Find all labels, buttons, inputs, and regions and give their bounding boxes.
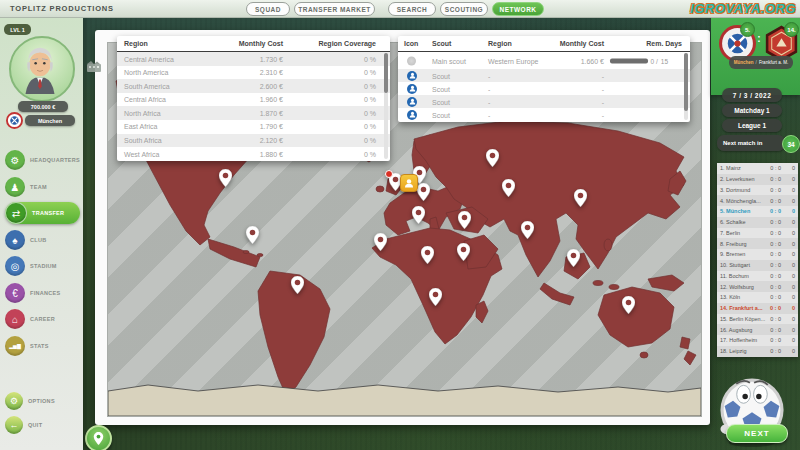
sidebar-item-quit[interactable]: ← QUIT [5, 414, 80, 436]
map-pin-icon [291, 276, 304, 294]
matchday-display: Matchday 1 [722, 104, 782, 117]
pin-icon [93, 432, 104, 445]
map-pin-icon [421, 246, 434, 264]
region-table-row[interactable]: East Africa 1.790 € 0 % [117, 120, 390, 134]
league-standings-row[interactable]: 5. München 0 : 0 0 [717, 206, 798, 217]
league-standings-row[interactable]: 7. Berlin 0 : 0 0 [717, 228, 798, 239]
league-standings-row[interactable]: 4. Mönchengla... 0 : 0 0 [717, 195, 798, 206]
map-pin[interactable] [374, 233, 387, 251]
map-pin[interactable] [567, 249, 580, 267]
sidebar-item-team[interactable]: ♟ TEAM [5, 176, 80, 198]
map-locate-button[interactable] [85, 425, 112, 450]
tab-scouting[interactable]: SCOUTING [440, 2, 488, 16]
map-pin[interactable] [291, 276, 304, 294]
map-pin[interactable] [521, 221, 534, 239]
tab-squad[interactable]: SQUAD [246, 2, 290, 16]
scouts-table-header: Icon Scout Region Monthly Cost Rem. Days [398, 36, 690, 52]
map-pin[interactable] [429, 288, 442, 306]
scout-slot-row[interactable]: Scout - - [398, 95, 690, 108]
league-standings-row[interactable]: 12. Wolfsburg 0 : 0 0 [717, 281, 798, 292]
league-standings-row[interactable]: 2. Leverkusen 0 : 0 0 [717, 174, 798, 185]
league-standings-row[interactable]: 6. Schalke 0 : 0 0 [717, 217, 798, 228]
league-standings-row[interactable]: 14. Frankfurt a... 0 : 0 0 [717, 303, 798, 314]
sidebar-item-career[interactable]: ⌂ CAREER [5, 308, 80, 330]
sidebar-item-headquarters[interactable]: ⚙ HEADQUARTERS [5, 149, 80, 171]
league-standings-row[interactable]: 1. Mainz 0 : 0 0 [717, 163, 798, 174]
region-table-row[interactable]: North America 2.310 € 0 % [117, 66, 390, 80]
map-pin[interactable] [502, 179, 515, 197]
club-name[interactable]: München [25, 115, 75, 126]
sidebar-item-finances[interactable]: € FINANCES [5, 282, 80, 304]
brand-title: TOPLITZ PRODUCTIONS [10, 4, 114, 13]
map-pin-icon [374, 233, 387, 251]
sidebar-item-stats[interactable]: ▂▅▇ STATS [5, 335, 80, 357]
sidebar-item-club[interactable]: ♠ CLUB [5, 229, 80, 251]
gear-icon: ⚙ [5, 150, 25, 170]
scouts-table-body: Scout - - Scout - - Scout - - [398, 69, 690, 121]
scout-person-icon [404, 178, 414, 188]
map-pin[interactable] [412, 206, 425, 224]
sidebar-item-options[interactable]: ⚙ OPTIONS [5, 390, 80, 412]
league-standings-row[interactable]: 13. Köln 0 : 0 0 [717, 292, 798, 303]
house-icon: ⌂ [5, 309, 25, 329]
manager-avatar[interactable] [9, 36, 75, 102]
map-pin[interactable] [574, 189, 587, 207]
league-standings-row[interactable]: 10. Stuttgart 0 : 0 0 [717, 260, 798, 271]
map-pin[interactable] [486, 149, 499, 167]
league-standings-row[interactable]: 16. Augsburg 0 : 0 0 [717, 324, 798, 335]
fixture-label: München / Frankfurt a. M. [729, 56, 793, 69]
tab-search[interactable]: SEARCH [388, 2, 436, 16]
away-rank-badge: 14. [784, 22, 799, 37]
map-pin[interactable] [219, 169, 232, 187]
map-pin-icon [567, 249, 580, 267]
map-pin[interactable] [622, 296, 635, 314]
next-match-label: Next match in [717, 135, 785, 151]
tab-network[interactable]: NETWORK [492, 2, 544, 16]
region-table-row[interactable]: North Africa 1.870 € 0 % [117, 106, 390, 120]
players-icon: ♟ [5, 177, 25, 197]
scout-person-icon [407, 71, 417, 81]
league-standings-row[interactable]: 17. Hoffenheim 0 : 0 0 [717, 335, 798, 346]
scrollbar-thumb[interactable] [684, 53, 688, 111]
main-scout-icon [407, 56, 416, 65]
league-standings-row[interactable]: 18. Leipzig 0 : 0 0 [717, 346, 798, 357]
map-pin-icon [486, 149, 499, 167]
club-crest-icon [6, 112, 23, 129]
league-standings-row[interactable]: 15. Berlin Köpen... 0 : 0 0 [717, 314, 798, 325]
map-pin[interactable] [246, 226, 259, 244]
region-table-scrollbar[interactable] [384, 53, 388, 159]
league-standings-row[interactable]: 3. Dortmund 0 : 0 0 [717, 185, 798, 196]
region-coverage-table: Region Monthly Cost Region Coverage Cent… [117, 36, 390, 161]
money-display[interactable]: 700.000 € [18, 101, 68, 112]
region-table-row[interactable]: South America 2.600 € 0 % [117, 79, 390, 93]
stadium-icon: ◎ [5, 256, 25, 276]
map-pin[interactable] [458, 211, 471, 229]
days-progress-bar [610, 58, 648, 63]
league-standings-row[interactable]: 11. Bochum 0 : 0 0 [717, 271, 798, 282]
scout-slot-row[interactable]: Scout - - [398, 82, 690, 95]
league-display: League 1 [722, 119, 782, 132]
scrollbar-thumb[interactable] [384, 53, 388, 93]
sidebar-item-stadium[interactable]: ◎ STADIUM [5, 255, 80, 277]
sidebar-item-transfer[interactable]: ⇄ TRANSFER [5, 202, 80, 224]
main-scout-row[interactable]: Main scout Western Europe 1.660 € 0 / 15 [398, 52, 690, 69]
region-table-row[interactable]: South Africa 2.120 € 0 % [117, 134, 390, 148]
region-table-row[interactable]: Central Africa 1.960 € 0 % [117, 93, 390, 107]
region-table-row[interactable]: Central America 1.730 € 0 % [117, 52, 390, 66]
scouts-table-scrollbar[interactable] [684, 53, 688, 120]
tab-transfer-market[interactable]: TRANSFER MARKET [294, 2, 375, 16]
league-standings-row[interactable]: 8. Freiburg 0 : 0 0 [717, 238, 798, 249]
map-pin[interactable] [421, 246, 434, 264]
scout-location-marker[interactable] [400, 174, 418, 192]
scout-slot-row[interactable]: Scout - - [398, 108, 690, 121]
map-pin[interactable] [417, 183, 430, 201]
region-table-row[interactable]: West Africa 1.880 € 0 % [117, 147, 390, 161]
scout-slot-row[interactable]: Scout - - [398, 69, 690, 82]
map-pin[interactable] [457, 243, 470, 261]
next-button[interactable]: NEXT [726, 424, 788, 443]
building-icon [86, 59, 102, 73]
league-standings: 1. Mainz 0 : 0 0 2. Leverkusen 0 : 0 0 3… [717, 163, 798, 357]
map-pin-icon [457, 243, 470, 261]
watermark: IGROVAYA.ORG [690, 1, 796, 16]
league-standings-row[interactable]: 9. Bremen 0 : 0 0 [717, 249, 798, 260]
